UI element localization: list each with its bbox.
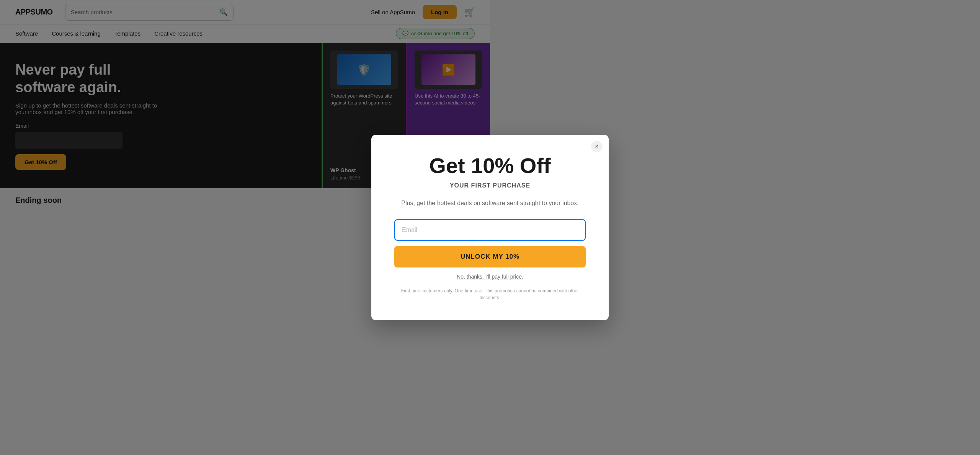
modal-subheadline: YOUR FIRST PURCHASE xyxy=(394,182,490,189)
modal-overlay: × Get 10% Off YOUR FIRST PURCHASE Plus, … xyxy=(0,0,490,228)
modal-headline: Get 10% Off xyxy=(394,154,490,178)
modal-email-input[interactable] xyxy=(394,219,490,228)
modal-description: Plus, get the hottest deals on software … xyxy=(394,198,490,208)
discount-modal: × Get 10% Off YOUR FIRST PURCHASE Plus, … xyxy=(371,135,490,228)
